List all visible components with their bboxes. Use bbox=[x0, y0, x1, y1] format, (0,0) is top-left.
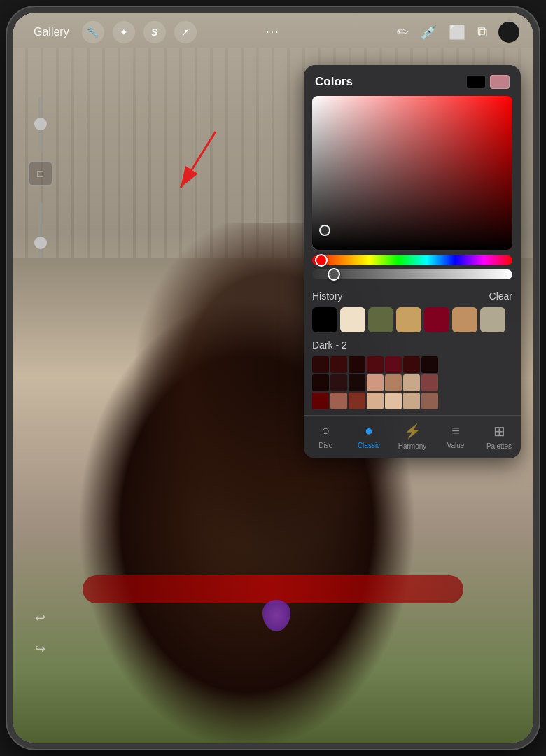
palette-swatch-12[interactable] bbox=[385, 374, 402, 391]
brightness-slider[interactable] bbox=[312, 270, 512, 279]
opacity-slider[interactable] bbox=[38, 97, 43, 153]
left-tool-icons: 🔧 ✦ S ↗ bbox=[82, 21, 197, 43]
palette-swatch-16[interactable] bbox=[330, 393, 347, 410]
palette-swatch-14[interactable] bbox=[421, 374, 438, 391]
harmony-label: Harmony bbox=[398, 442, 427, 450]
top-toolbar: Gallery 🔧 ✦ S ↗ ··· ✏ 💉 ⬜ ⧉ bbox=[13, 13, 533, 51]
redo-button[interactable]: ↪ bbox=[30, 638, 51, 659]
hue-thumb bbox=[315, 254, 328, 267]
hue-slider-container bbox=[312, 255, 512, 265]
palette-section: Dark - 2 bbox=[304, 335, 521, 415]
undo-button[interactable]: ↩ bbox=[30, 608, 51, 629]
palette-swatch-15[interactable] bbox=[312, 393, 329, 410]
history-swatch-6[interactable] bbox=[452, 307, 477, 332]
annotation-arrow bbox=[153, 118, 237, 218]
size-thumb bbox=[34, 237, 47, 249]
right-tool-icons: ✏ 💉 ⬜ ⧉ bbox=[397, 22, 519, 43]
value-label: Value bbox=[447, 442, 465, 449]
tab-value[interactable]: ≡ Value bbox=[434, 423, 477, 450]
palette-swatch-18[interactable] bbox=[367, 393, 384, 410]
wrench-icon[interactable]: 🔧 bbox=[82, 21, 104, 43]
pen-icon[interactable]: ✏ bbox=[397, 24, 409, 41]
brightness-thumb bbox=[328, 268, 340, 281]
palettes-label: Palettes bbox=[486, 442, 512, 450]
eyedropper-icon[interactable]: 💉 bbox=[420, 24, 438, 41]
history-swatch-2[interactable] bbox=[340, 307, 365, 332]
panel-title: Colors bbox=[315, 75, 353, 89]
palette-swatch-10[interactable] bbox=[349, 374, 365, 391]
s-tool-icon[interactable]: S bbox=[144, 21, 166, 43]
panel-tabs: ○ Disc ● Classic ⚡ Harmony ≡ Value ⊞ P bbox=[304, 415, 521, 458]
hue-slider[interactable] bbox=[312, 255, 512, 265]
palette-swatch-20[interactable] bbox=[403, 393, 420, 410]
palette-grid bbox=[312, 356, 438, 410]
palette-swatch-21[interactable] bbox=[421, 393, 438, 410]
gallery-button[interactable]: Gallery bbox=[27, 22, 76, 43]
history-section: History Clear bbox=[304, 285, 521, 335]
foreground-swatch[interactable] bbox=[466, 75, 486, 89]
panel-current-swatches bbox=[466, 75, 510, 89]
color-picker-handle[interactable] bbox=[319, 225, 330, 236]
palette-swatch-2[interactable] bbox=[330, 356, 347, 373]
palette-swatch-3[interactable] bbox=[349, 356, 365, 373]
history-swatch-7[interactable] bbox=[480, 307, 505, 332]
palette-swatch-9[interactable] bbox=[330, 374, 347, 391]
dark-gradient bbox=[312, 96, 512, 250]
history-swatch-3[interactable] bbox=[368, 307, 393, 332]
palette-swatch-6[interactable] bbox=[403, 356, 420, 373]
palette-swatch-7[interactable] bbox=[421, 356, 438, 373]
eraser-icon[interactable]: ⬜ bbox=[449, 24, 466, 41]
palette-swatch-1[interactable] bbox=[312, 356, 329, 373]
colors-panel: Colors bbox=[304, 65, 521, 458]
history-swatch-5[interactable] bbox=[424, 307, 449, 332]
history-swatch-4[interactable] bbox=[396, 307, 421, 332]
tab-disc[interactable]: ○ Disc bbox=[304, 423, 347, 450]
history-swatch-1[interactable] bbox=[312, 307, 337, 332]
clear-history-button[interactable]: Clear bbox=[489, 290, 512, 302]
arrow-icon[interactable]: ↗ bbox=[174, 21, 197, 43]
svg-line-1 bbox=[181, 132, 216, 188]
palette-swatch-17[interactable] bbox=[349, 393, 365, 410]
palette-swatch-5[interactable] bbox=[385, 356, 402, 373]
palette-swatch-13[interactable] bbox=[403, 374, 420, 391]
disc-icon: ○ bbox=[321, 423, 330, 439]
history-swatches bbox=[312, 307, 512, 332]
brightness-slider-container bbox=[312, 270, 512, 279]
screen: Gallery 🔧 ✦ S ↗ ··· ✏ 💉 ⬜ ⧉ □ bbox=[13, 13, 533, 743]
color-picker-gradient[interactable] bbox=[312, 96, 512, 250]
palette-swatch-4[interactable] bbox=[367, 356, 384, 373]
tab-palettes[interactable]: ⊞ Palettes bbox=[477, 423, 521, 450]
harmony-icon: ⚡ bbox=[404, 423, 421, 440]
magic-icon[interactable]: ✦ bbox=[113, 21, 135, 43]
left-sidebar: □ ↩ ↪ bbox=[21, 97, 59, 659]
palette-swatch-11[interactable] bbox=[367, 374, 384, 391]
palette-swatch-8[interactable] bbox=[312, 374, 329, 391]
panel-header: Colors bbox=[304, 65, 521, 96]
classic-icon: ● bbox=[365, 423, 373, 439]
size-slider[interactable] bbox=[38, 202, 43, 258]
palette-swatch-19[interactable] bbox=[385, 393, 402, 410]
value-icon: ≡ bbox=[451, 423, 460, 439]
color-avatar[interactable] bbox=[498, 22, 519, 43]
square-tool-icon[interactable]: □ bbox=[28, 161, 53, 186]
history-header: History Clear bbox=[312, 290, 512, 302]
history-label: History bbox=[312, 290, 343, 302]
opacity-thumb bbox=[34, 118, 47, 130]
ipad-frame: Gallery 🔧 ✦ S ↗ ··· ✏ 💉 ⬜ ⧉ □ bbox=[7, 7, 539, 749]
tab-classic[interactable]: ● Classic bbox=[347, 423, 391, 450]
sidebar-bottom-actions: ↩ ↪ bbox=[30, 608, 51, 659]
background-swatch[interactable] bbox=[490, 75, 510, 89]
classic-label: Classic bbox=[358, 442, 380, 449]
layers-icon[interactable]: ⧉ bbox=[477, 24, 487, 40]
more-options-button[interactable]: ··· bbox=[266, 26, 279, 38]
disc-label: Disc bbox=[318, 442, 332, 449]
tab-harmony[interactable]: ⚡ Harmony bbox=[391, 423, 434, 450]
palettes-icon: ⊞ bbox=[493, 423, 505, 440]
dog-collar bbox=[83, 575, 463, 603]
palette-label: Dark - 2 bbox=[312, 340, 512, 351]
